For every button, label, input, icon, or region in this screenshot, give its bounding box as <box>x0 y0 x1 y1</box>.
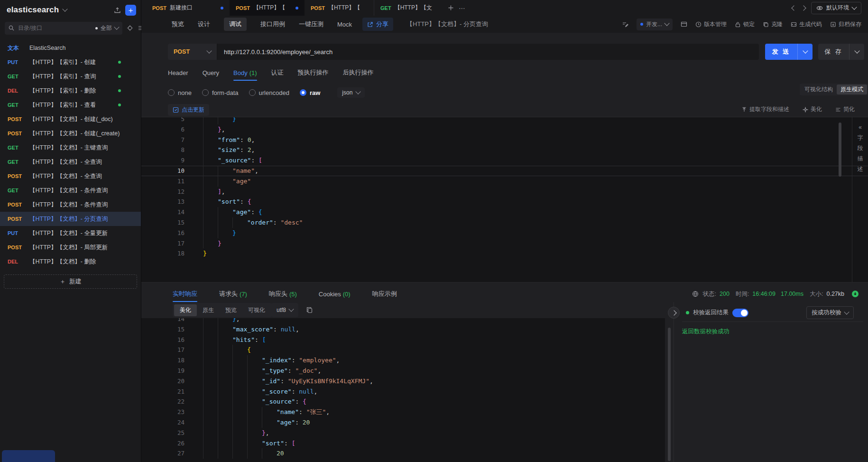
nav-forward-icon[interactable] <box>802 4 805 11</box>
sidebar-item[interactable]: GET【HTTP】【文档】- 主键查询 <box>0 141 141 155</box>
sidebar-item[interactable]: POST【HTTP】【文档】- 创建(_create) <box>0 126 141 141</box>
request-tab[interactable]: POST【HTTP】【 <box>305 0 374 16</box>
branch-selector[interactable]: 开发... <box>637 19 673 30</box>
sidebar-item[interactable]: GET【HTTP】【文档】- 条件查询 <box>0 183 141 198</box>
request-tab-Query[interactable]: Query <box>203 65 219 81</box>
chevron-down-icon <box>288 306 294 311</box>
request-tab[interactable]: POST【HTTP】【 <box>230 0 305 16</box>
response-tab-实时响应[interactable]: 实时响应 <box>173 286 197 302</box>
panel-layout-icon[interactable] <box>681 21 687 28</box>
project-title[interactable]: elasticsearch <box>7 5 59 15</box>
raw-type-selector[interactable]: json <box>337 87 365 98</box>
field-description-strip[interactable]: « 字段描述 <box>852 117 868 282</box>
view-toggle-原生模式[interactable]: 原生模式 <box>837 85 867 94</box>
bottom-banner[interactable] <box>2 450 55 462</box>
locate-icon[interactable] <box>127 25 133 31</box>
request-tab[interactable]: POST新建接口 <box>146 0 230 16</box>
body-type-none[interactable]: none <box>168 89 192 96</box>
api-label: 【HTTP】【文档】- 删除 <box>29 258 135 266</box>
collapse-panel-button[interactable] <box>668 307 680 319</box>
response-tab-响应示例[interactable]: 响应示例 <box>372 286 397 302</box>
copy-response-icon[interactable] <box>306 306 313 313</box>
sidebar-item[interactable]: PUT【HTTP】【索引】- 创建 <box>0 55 141 69</box>
edit-note-icon[interactable] <box>622 21 628 28</box>
response-view-原生[interactable]: 原生 <box>197 304 220 316</box>
mode-tab-设计[interactable]: 设计 <box>198 20 210 28</box>
validation-mode-button[interactable]: 按成功校验 <box>806 306 854 319</box>
sidebar-item[interactable]: PUT【HTTP】【文档】- 全量更新 <box>0 226 141 240</box>
sidebar-item[interactable]: POST【HTTP】【文档】- 条件查询 <box>0 198 141 212</box>
sidebar-item[interactable]: DEL【HTTP】【文档】- 删除 <box>0 255 141 269</box>
environment-selector[interactable]: 默认环境 <box>811 2 861 14</box>
body-type-raw[interactable]: raw <box>300 89 320 96</box>
response-view-预览[interactable]: 预览 <box>220 304 242 316</box>
request-tab-Header[interactable]: Header <box>168 65 188 81</box>
add-api-button[interactable]: ＋ <box>125 5 136 16</box>
validation-toggle[interactable] <box>732 309 748 317</box>
sidebar-item[interactable]: GET【HTTP】【文档】- 全查询 <box>0 155 141 169</box>
request-tab-Body[interactable]: Body (1) <box>233 65 257 81</box>
more-tabs-icon[interactable]: ⋯ <box>459 1 466 15</box>
add-tab-icon[interactable] <box>448 5 454 11</box>
action-归档保存[interactable]: 归档保存 <box>830 20 861 28</box>
sidebar-item[interactable]: POST【HTTP】【文档】- 创建(_doc) <box>0 112 141 126</box>
collapse-left-icon[interactable]: « <box>859 124 862 131</box>
action-生成代码[interactable]: 生成代码 <box>791 20 822 28</box>
response-view-美化[interactable]: 美化 <box>174 304 197 316</box>
send-button[interactable]: 发 送 <box>765 44 813 60</box>
sidebar-item[interactable]: GET【HTTP】【索引】- 查询 <box>0 69 141 84</box>
body-type-urlencoded[interactable]: urlencoded <box>249 89 289 96</box>
action-锁定[interactable]: 锁定 <box>735 20 755 28</box>
editor-action-提取字段和描述[interactable]: 提取字段和描述 <box>741 105 789 113</box>
search-input[interactable] <box>17 24 92 32</box>
click-update-button[interactable]: 点击更新 <box>168 104 209 116</box>
editor-action-简化[interactable]: 简化 <box>835 105 855 113</box>
encoding-selector[interactable]: utf8 <box>271 303 298 317</box>
sidebar-item[interactable]: GET【HTTP】【索引】- 查看 <box>0 98 141 112</box>
editor-scrollbar[interactable] <box>839 123 841 177</box>
request-tab-预执行操作[interactable]: 预执行操作 <box>298 65 329 81</box>
mode-tab-调试[interactable]: 调试 <box>224 18 247 31</box>
search-box[interactable]: 全部 <box>5 22 122 35</box>
request-tab-认证[interactable]: 认证 <box>271 65 284 81</box>
mode-tab-一键压测[interactable]: 一键压测 <box>299 20 323 28</box>
mode-tab-接口用例[interactable]: 接口用例 <box>260 20 285 28</box>
response-tab-响应头[interactable]: 响应头(5) <box>269 286 297 302</box>
nav-back-icon[interactable] <box>792 4 796 11</box>
send-options-chevron[interactable] <box>797 44 813 60</box>
sidebar-item[interactable]: POST【HTTP】【文档】- 局部更新 <box>0 240 141 255</box>
api-label: 【HTTP】【文档】- 全查询 <box>29 158 135 166</box>
chevron-down-icon[interactable] <box>63 6 68 11</box>
response-scrollbar[interactable] <box>668 328 671 461</box>
mode-tab-Mock[interactable]: Mock <box>337 21 352 28</box>
save-button[interactable]: 保 存 <box>818 44 864 60</box>
sidebar-item[interactable]: 文本ElasticSearch <box>0 41 141 55</box>
response-tab-请求头[interactable]: 请求头(7) <box>219 286 247 302</box>
mode-tab-预览[interactable]: 预览 <box>172 20 184 28</box>
url-input[interactable]: http://127.0.0.1:9200/employee/_search <box>217 44 759 60</box>
method-selector[interactable]: POST <box>168 44 217 60</box>
line-number: 15 <box>141 324 197 335</box>
request-tab-后执行操作[interactable]: 后执行操作 <box>343 65 374 81</box>
filter-label[interactable]: 全部 <box>101 24 112 32</box>
import-export-icon[interactable] <box>114 7 121 14</box>
response-tab-Cookies[interactable]: Cookies(0) <box>319 286 351 302</box>
request-tab[interactable]: GET【HTTP】【文 <box>374 0 443 16</box>
action-克隆[interactable]: 克隆 <box>763 20 783 28</box>
response-view-可视化[interactable]: 可视化 <box>242 304 271 316</box>
action-版本管理[interactable]: 版本管理 <box>695 20 727 28</box>
share-button[interactable]: 分享 <box>362 18 393 31</box>
editor-action-美化[interactable]: 美化 <box>803 105 822 113</box>
sidebar-item[interactable]: DEL【HTTP】【索引】- 删除 <box>0 84 141 98</box>
request-body-editor[interactable]: 5}6},7"from": 0,8"size": 2,9"_source": [… <box>141 117 868 282</box>
tab-label: Cookies <box>319 291 341 298</box>
sidebar-item[interactable]: POST【HTTP】【文档】- 全查询 <box>0 169 141 183</box>
sidebar-item[interactable]: POST【HTTP】【文档】- 分页查询 <box>0 212 141 226</box>
new-api-button[interactable]: ＋ 新建 <box>4 274 137 289</box>
api-list: 文本ElasticSearchPUT【HTTP】【索引】- 创建GET【HTTP… <box>0 41 141 269</box>
download-response-icon[interactable] <box>851 290 859 298</box>
response-body-editor[interactable]: 14},15"max_score": null,16"hits": [17{18… <box>141 318 665 462</box>
body-type-form-data[interactable]: form-data <box>202 89 239 96</box>
save-options-chevron[interactable] <box>849 44 864 60</box>
view-toggle-可视化结构[interactable]: 可视化结构 <box>801 85 837 94</box>
